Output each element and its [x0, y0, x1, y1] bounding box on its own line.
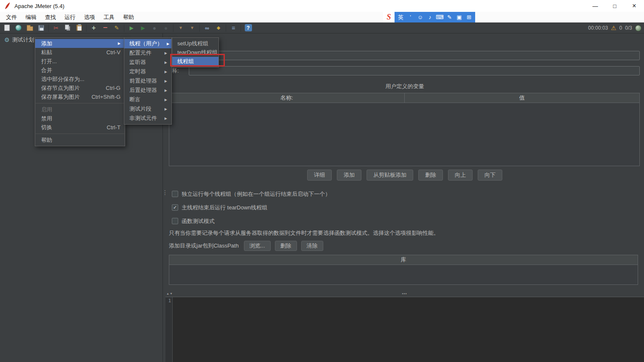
clear-all-icon[interactable]: ▼: [188, 24, 196, 32]
menu-item-disable[interactable]: 禁用: [35, 114, 125, 123]
emoji-face-icon[interactable]: ☺: [415, 14, 425, 20]
menu-item-test-fragment[interactable]: 测试片段 ▶: [124, 104, 171, 114]
menu-item-save-selection-as[interactable]: 选中部分保存为...: [35, 75, 125, 84]
help-icon[interactable]: ?: [244, 24, 252, 32]
menu-item-merge[interactable]: 合并: [35, 66, 125, 75]
classpath-clear-button[interactable]: 清除: [301, 241, 323, 251]
apostrophe-icon[interactable]: ’: [406, 14, 415, 20]
up-button[interactable]: 向上: [448, 170, 473, 181]
delete-button[interactable]: 删除: [418, 170, 443, 181]
keyboard-icon[interactable]: ⌨: [435, 14, 445, 20]
titlebar: Apache JMeter (5.4) — □ ×: [0, 0, 644, 12]
down-button[interactable]: 向下: [478, 170, 502, 181]
menu-item-label: 线程（用户）: [129, 40, 162, 47]
serial-run-checkbox[interactable]: [172, 191, 178, 197]
skin-icon[interactable]: ▣: [454, 14, 464, 20]
search-icon[interactable]: ∞: [203, 24, 211, 32]
templates-icon[interactable]: [14, 24, 22, 32]
menu-item-label: 合并: [41, 67, 52, 74]
shutdown-icon[interactable]: ●: [162, 24, 170, 32]
copy-icon[interactable]: [63, 24, 72, 32]
test-running-indicator: [635, 25, 641, 31]
warning-icon[interactable]: ⚠: [611, 25, 616, 31]
menu-item-label: 前置处理器: [129, 77, 157, 85]
add-from-clipboard-button[interactable]: 从剪贴板添加: [367, 170, 413, 181]
menu-item-open[interactable]: 打开...: [35, 57, 125, 66]
menu-item-config-element[interactable]: 配置元件 ▶: [124, 48, 171, 58]
minimize-button[interactable]: —: [585, 0, 605, 12]
menu-item-label: 监听器: [129, 58, 146, 66]
sogou-logo-icon[interactable]: S: [383, 12, 395, 22]
menu-item-add[interactable]: 添加 ▶: [35, 39, 125, 48]
save-icon[interactable]: [37, 24, 45, 32]
lang-indicator[interactable]: 英: [396, 14, 406, 21]
close-button[interactable]: ×: [624, 0, 644, 12]
menu-item-label: 保存屏幕为图片: [41, 93, 80, 101]
toolbar: ✂ + − ✎ ▶ ▶ ● ● ▼ ▼ ∞ ◆ ≡ ? 00:00:03 ⚠ 0…: [0, 22, 644, 33]
menu-item-preprocessor[interactable]: 前置处理器 ▶: [124, 76, 171, 86]
expand-all-icon[interactable]: +: [90, 24, 98, 32]
functional-test-checkbox[interactable]: [172, 218, 178, 224]
new-plan-icon[interactable]: [3, 24, 11, 32]
divider-handle-icon[interactable]: ⋯: [165, 291, 644, 297]
menu-item-setup-thread-group[interactable]: setUp线程组: [172, 39, 218, 48]
comments-input[interactable]: [189, 66, 640, 75]
paste-icon[interactable]: [75, 24, 83, 32]
menu-tools[interactable]: 工具: [99, 12, 119, 22]
menu-item-help[interactable]: 帮助: [35, 136, 125, 145]
menu-item-save-screen-as-image[interactable]: 保存屏幕为图片 Ctrl+Shift-G: [35, 92, 125, 101]
clear-one-icon[interactable]: ▼: [176, 24, 185, 32]
menu-edit[interactable]: 编辑: [21, 12, 41, 22]
classpath-delete-button[interactable]: 删除: [275, 241, 297, 251]
menu-item-non-test-element[interactable]: 非测试元件 ▶: [124, 114, 171, 123]
teardown-run-checkbox[interactable]: ✓: [172, 204, 178, 211]
menu-item-postprocessor[interactable]: 后置处理器 ▶: [124, 86, 171, 95]
cut-icon[interactable]: ✂: [52, 24, 60, 32]
teardown-run-row: ✓ 主线程结束后运行 tearDown线程组: [172, 204, 267, 211]
udv-table-body[interactable]: [169, 103, 639, 166]
grid-icon[interactable]: ⊞: [464, 14, 474, 20]
log-line-number: 1: [168, 298, 171, 304]
menu-options[interactable]: 选项: [80, 12, 99, 22]
menu-item-listener[interactable]: 监听器 ▶: [124, 58, 171, 67]
browse-button[interactable]: 浏览...: [244, 241, 271, 251]
menu-item-label: 启用: [41, 106, 52, 114]
add-submenu: 线程（用户） ▶ 配置元件 ▶ 监听器 ▶ 定时器 ▶ 前置处理器 ▶ 后置处理…: [124, 37, 172, 125]
detail-button[interactable]: 详细: [307, 170, 332, 181]
menu-item-toggle[interactable]: 切换 Ctrl-T: [35, 123, 125, 132]
menu-item-paste[interactable]: 粘贴 Ctrl-V: [35, 48, 125, 57]
start-icon[interactable]: ▶: [127, 24, 136, 32]
menu-item-timer[interactable]: 定时器 ▶: [124, 67, 171, 76]
name-input[interactable]: [189, 51, 640, 60]
toggle-icon[interactable]: ✎: [112, 24, 121, 32]
tree-node-test-plan[interactable]: ⚙ 测试计划: [4, 36, 34, 44]
function-helper-icon[interactable]: ≡: [229, 24, 238, 32]
collapse-all-icon[interactable]: −: [101, 24, 109, 32]
menu-search[interactable]: 查找: [41, 12, 60, 22]
menu-item-save-node-as-image[interactable]: 保存节点为图片 Ctrl-G: [35, 84, 125, 92]
toolbar-status: 00:00:03 ⚠ 0 0/3: [588, 22, 641, 33]
search-reset-icon[interactable]: ◆: [214, 24, 223, 32]
menu-help[interactable]: 帮助: [119, 12, 138, 22]
start-no-pauses-icon[interactable]: ▶: [139, 24, 147, 32]
menu-item-label: 配置元件: [129, 49, 151, 57]
menu-item-assertion[interactable]: 断言 ▶: [124, 95, 171, 104]
library-table-body[interactable]: [169, 265, 638, 284]
log-editor[interactable]: [173, 297, 644, 362]
handwriting-icon[interactable]: ✎: [445, 14, 454, 20]
window-controls: — □ ×: [585, 0, 644, 12]
menu-run[interactable]: 运行: [60, 12, 80, 22]
maximize-button[interactable]: □: [605, 0, 624, 12]
jmeter-logo-icon: [4, 2, 11, 10]
menu-shortcut: Ctrl-G: [96, 85, 120, 91]
submenu-arrow-icon: ▶: [160, 51, 167, 55]
menu-file[interactable]: 文件: [2, 12, 21, 22]
menu-item-enable[interactable]: 启用: [35, 105, 125, 114]
library-table: 库: [169, 255, 638, 285]
add-button[interactable]: 添加: [337, 170, 361, 181]
menu-item-threads-users[interactable]: 线程（用户） ▶: [124, 39, 171, 48]
open-file-icon[interactable]: [25, 24, 34, 32]
stop-icon[interactable]: ●: [150, 24, 159, 32]
microphone-icon[interactable]: ♪: [425, 14, 435, 20]
log-gutter: 1: [165, 297, 173, 362]
